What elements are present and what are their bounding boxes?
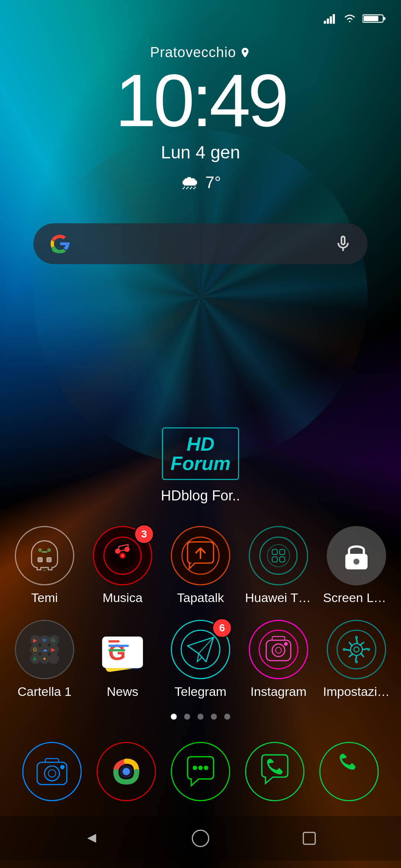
chrome-icon	[108, 753, 145, 790]
telegram-icon: 6	[171, 620, 230, 679]
app-huawei-themes[interactable]: Huawei Th..	[245, 526, 312, 605]
weather-display: 🌧 7°	[115, 171, 286, 194]
page-dot-4[interactable]	[211, 714, 217, 720]
app-instagram[interactable]: Instagram	[245, 620, 312, 699]
cartella1-icon: ▶ ✉ G G ☁ ▶ A ✦	[15, 620, 74, 679]
svg-point-63	[367, 648, 370, 651]
hdforum-icon: HD Forum	[171, 424, 230, 483]
svg-point-73	[198, 766, 203, 770]
app-row-1: Temi 3	[0, 526, 401, 605]
recents-button[interactable]	[300, 829, 319, 848]
weather-icon: 🌧	[180, 171, 199, 194]
svg-point-18	[260, 537, 297, 574]
cartella1-label: Cartella 1	[17, 684, 72, 699]
svg-rect-7	[38, 558, 42, 562]
hdforum-widget[interactable]: HD Forum HDblog For..	[161, 424, 240, 504]
page-dots	[171, 714, 230, 720]
svg-text:✉: ✉	[42, 637, 47, 643]
musica-badge: 3	[134, 524, 154, 544]
app-news[interactable]: G G News	[89, 620, 156, 699]
svg-rect-5	[383, 17, 385, 20]
dock-whatsapp[interactable]	[245, 742, 304, 801]
tapatalk-icon	[171, 526, 230, 585]
home-button[interactable]	[191, 829, 210, 848]
svg-rect-2	[330, 16, 332, 24]
svg-point-74	[204, 766, 208, 770]
app-musica[interactable]: 3 Musica	[89, 526, 156, 605]
svg-point-14	[121, 554, 124, 557]
hdforum-line1: HD	[170, 434, 231, 454]
dock-chrome[interactable]	[97, 742, 156, 801]
app-row-2: ▶ ✉ G G ☁ ▶ A ✦ Cartella 1	[0, 620, 401, 699]
svg-rect-3	[333, 14, 335, 24]
svg-point-25	[353, 559, 359, 565]
signal-icon	[324, 13, 337, 24]
svg-point-15	[115, 549, 120, 554]
page-dot-5[interactable]	[224, 714, 230, 720]
svg-point-76	[192, 830, 209, 846]
app-tapatalk[interactable]: Tapatalk	[167, 526, 234, 605]
page-dot-3[interactable]	[198, 714, 203, 720]
app-impostazioni[interactable]: Impostazio..	[323, 620, 390, 699]
svg-point-9	[38, 548, 42, 552]
clock-date: Lun 4 gen	[115, 142, 286, 162]
svg-rect-1	[327, 19, 329, 24]
svg-point-61	[355, 660, 358, 663]
status-icons	[324, 13, 386, 24]
svg-point-16	[124, 547, 130, 552]
svg-text:☁: ☁	[42, 647, 48, 652]
svg-rect-50	[108, 649, 125, 651]
news-icon: G G	[93, 620, 152, 679]
back-icon	[82, 829, 101, 848]
svg-text:A: A	[33, 656, 37, 662]
microphone-icon[interactable]	[333, 234, 353, 253]
recents-icon	[300, 829, 319, 848]
app-temi[interactable]: Temi	[11, 526, 78, 605]
app-screen-lock[interactable]: Screen Lock	[323, 526, 390, 605]
home-icon	[191, 829, 210, 848]
phone-icon	[330, 753, 368, 790]
svg-point-71	[123, 768, 130, 775]
svg-marker-75	[87, 834, 96, 843]
screen-lock-icon	[327, 526, 386, 585]
svg-point-67	[60, 765, 65, 769]
svg-point-72	[193, 766, 197, 770]
screen-lock-label: Screen Lock	[323, 591, 390, 605]
camera-icon	[33, 753, 71, 790]
svg-rect-77	[303, 832, 315, 844]
page-dot-2[interactable]	[184, 714, 190, 720]
battery-icon	[362, 13, 386, 24]
dock-messages[interactable]	[171, 742, 230, 801]
app-cartella1[interactable]: ▶ ✉ G G ☁ ▶ A ✦ Cartella 1	[11, 620, 78, 699]
messages-icon	[182, 753, 219, 790]
instagram-label: Instagram	[250, 684, 306, 699]
app-telegram[interactable]: 6 Telegram	[167, 620, 234, 699]
svg-point-52	[259, 630, 298, 669]
svg-point-60	[355, 636, 358, 639]
impostazioni-label: Impostazio..	[323, 684, 390, 699]
status-bar	[0, 0, 401, 30]
telegram-badge: 6	[212, 618, 232, 638]
wifi-icon	[343, 13, 356, 24]
huawei-themes-icon	[249, 526, 308, 585]
svg-point-34	[49, 654, 59, 664]
huawei-themes-label: Huawei Th..	[245, 591, 312, 605]
svg-text:G: G	[33, 647, 37, 652]
page-dot-1[interactable]	[171, 714, 177, 720]
temi-label: Temi	[31, 591, 58, 605]
dock-phone[interactable]	[319, 742, 379, 801]
weather-temp: 7°	[205, 173, 221, 192]
apps-area: HD Forum HDblog For..	[0, 264, 401, 868]
svg-text:✦: ✦	[42, 656, 47, 662]
location-pin-icon	[239, 47, 251, 59]
musica-icon: 3	[93, 526, 152, 585]
svg-point-66	[48, 770, 56, 777]
telegram-label: Telegram	[175, 684, 226, 699]
back-button[interactable]	[82, 829, 101, 848]
svg-text:▶: ▶	[51, 647, 55, 652]
location-text: Pratovecchio	[150, 45, 236, 60]
search-bar[interactable]	[33, 223, 368, 264]
svg-text:G: G	[51, 637, 55, 643]
dock-camera[interactable]	[22, 742, 82, 801]
google-logo	[48, 232, 72, 256]
